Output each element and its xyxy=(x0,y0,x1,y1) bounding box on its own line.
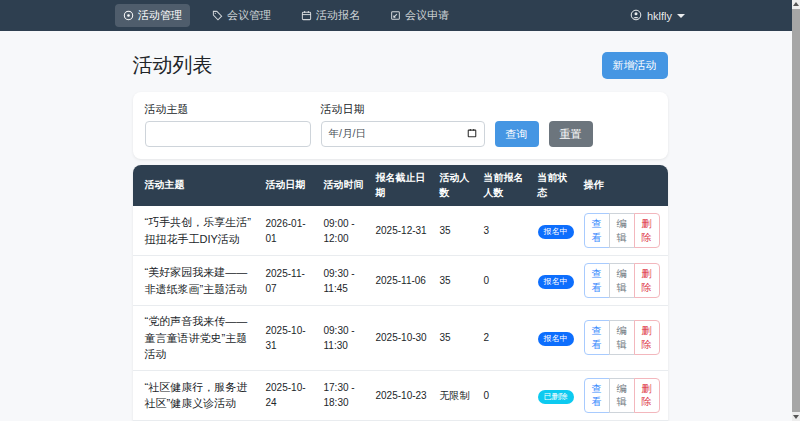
page-title: 活动列表 xyxy=(133,52,213,79)
date-placeholder: 年/月/日 xyxy=(329,127,366,141)
bullseye-icon xyxy=(123,10,134,21)
activity-table: 活动主题 活动日期 活动时间 报名截止日期 活动人数 当前报名人数 当前状态 操… xyxy=(133,165,668,421)
scrollbar-down-arrow-icon[interactable] xyxy=(793,415,799,419)
activity-subject-cell: “美好家园我来建——非遗纸浆画”主题活动 xyxy=(133,256,260,306)
user-menu[interactable]: hklfly xyxy=(630,9,685,23)
signup-deadline-cell: 2025-11-06 xyxy=(370,256,434,306)
nav-item-meeting-request[interactable]: 会议申请 xyxy=(382,4,457,27)
capacity-cell: 无限制 xyxy=(434,370,478,420)
nav-item-activity-signup[interactable]: 活动报名 xyxy=(293,4,368,27)
status-cell: 已删除 xyxy=(532,370,578,420)
table-row: “美好家园我来建——非遗纸浆画”主题活动2025-11-0709:30 - 11… xyxy=(133,256,668,306)
activity-time-cell: 17:30 - 18:30 xyxy=(318,370,370,420)
activity-time-cell: 09:30 - 11:30 xyxy=(318,306,370,371)
activity-subject-cell: “巧手共创，乐享生活”扭扭花手工DIY活动 xyxy=(133,206,260,256)
actions-cell: 查看编辑删除 xyxy=(578,370,668,420)
activity-date-cell: 2026-01-01 xyxy=(260,206,318,256)
column-header-signups: 当前报名人数 xyxy=(478,165,532,206)
tag-icon xyxy=(212,10,223,21)
calendar-picker-icon[interactable] xyxy=(467,128,477,140)
activity-time-cell: 09:00 - 12:00 xyxy=(318,206,370,256)
date-filter-input[interactable]: 年/月/日 xyxy=(321,121,485,147)
date-filter-label: 活动日期 xyxy=(321,102,485,117)
capacity-cell: 35 xyxy=(434,206,478,256)
view-button[interactable]: 查看 xyxy=(584,378,610,413)
delete-button[interactable]: 删除 xyxy=(634,320,660,355)
actions-cell: 查看编辑删除 xyxy=(578,306,668,371)
delete-button[interactable]: 删除 xyxy=(634,213,660,248)
capacity-cell: 35 xyxy=(434,306,478,371)
edit-button[interactable]: 编辑 xyxy=(609,263,635,298)
delete-button[interactable]: 删除 xyxy=(634,378,660,413)
search-button[interactable]: 查询 xyxy=(495,121,539,147)
column-header-subject: 活动主题 xyxy=(133,165,260,206)
activity-time-cell: 09:30 - 11:45 xyxy=(318,256,370,306)
nav-item-label: 会议管理 xyxy=(227,8,271,23)
form-icon xyxy=(390,10,401,21)
scrollbar-thumb[interactable] xyxy=(792,9,800,412)
nav-item-label: 会议申请 xyxy=(405,8,449,23)
signup-count-cell: 0 xyxy=(478,370,532,420)
view-button[interactable]: 查看 xyxy=(584,263,610,298)
status-cell: 报名中 xyxy=(532,206,578,256)
signup-count-cell: 0 xyxy=(478,256,532,306)
status-badge: 已删除 xyxy=(538,390,574,404)
top-navbar: 活动管理 会议管理 活动报名 xyxy=(0,0,800,31)
nav-item-label: 活动报名 xyxy=(316,8,360,23)
column-header-capacity: 活动人数 xyxy=(434,165,478,206)
activity-date-cell: 2025-11-07 xyxy=(260,256,318,306)
status-badge: 报名中 xyxy=(538,275,574,289)
activity-subject-cell: “社区健康行，服务进社区”健康义诊活动 xyxy=(133,370,260,420)
table-row: “党的声音我来传——童言童语讲党史”主题活动2025-10-3109:30 - … xyxy=(133,306,668,371)
calendar-icon xyxy=(301,10,312,21)
filter-card: 活动主题 活动日期 年/月/日 查询 重置 xyxy=(133,92,668,159)
edit-button[interactable]: 编辑 xyxy=(609,213,635,248)
actions-cell: 查看编辑删除 xyxy=(578,256,668,306)
actions-cell: 查看编辑删除 xyxy=(578,206,668,256)
signup-deadline-cell: 2025-12-31 xyxy=(370,206,434,256)
column-header-status: 当前状态 xyxy=(532,165,578,206)
signup-count-cell: 2 xyxy=(478,306,532,371)
table-row: “巧手共创，乐享生活”扭扭花手工DIY活动2026-01-0109:00 - 1… xyxy=(133,206,668,256)
vertical-scrollbar[interactable] xyxy=(792,0,800,421)
delete-button[interactable]: 删除 xyxy=(634,263,660,298)
view-button[interactable]: 查看 xyxy=(584,320,610,355)
signup-deadline-cell: 2025-10-30 xyxy=(370,306,434,371)
nav-item-meeting-management[interactable]: 会议管理 xyxy=(204,4,279,27)
subject-filter-input[interactable] xyxy=(145,121,311,147)
add-activity-button[interactable]: 新增活动 xyxy=(602,52,668,79)
activity-date-cell: 2025-10-31 xyxy=(260,306,318,371)
activity-date-cell: 2025-10-24 xyxy=(260,370,318,420)
signup-count-cell: 3 xyxy=(478,206,532,256)
capacity-cell: 35 xyxy=(434,256,478,306)
column-header-deadline: 报名截止日期 xyxy=(370,165,434,206)
edit-button[interactable]: 编辑 xyxy=(609,320,635,355)
signup-deadline-cell: 2025-10-23 xyxy=(370,370,434,420)
nav-item-activity-management[interactable]: 活动管理 xyxy=(115,4,190,27)
chevron-down-icon xyxy=(677,14,685,18)
status-cell: 报名中 xyxy=(532,256,578,306)
person-circle-icon xyxy=(630,9,642,23)
column-header-actions: 操作 xyxy=(578,165,668,206)
scrollbar-up-arrow-icon[interactable] xyxy=(793,2,799,6)
activity-subject-cell: “党的声音我来传——童言童语讲党史”主题活动 xyxy=(133,306,260,371)
column-header-date: 活动日期 xyxy=(260,165,318,206)
username: hklfly xyxy=(647,10,672,22)
reset-button[interactable]: 重置 xyxy=(549,121,593,147)
table-row: “社区健康行，服务进社区”健康义诊活动2025-10-2417:30 - 18:… xyxy=(133,370,668,420)
edit-button[interactable]: 编辑 xyxy=(609,378,635,413)
status-cell: 报名中 xyxy=(532,306,578,371)
nav-item-label: 活动管理 xyxy=(138,8,182,23)
status-badge: 报名中 xyxy=(538,332,574,346)
status-badge: 报名中 xyxy=(538,225,574,239)
table-header-row: 活动主题 活动日期 活动时间 报名截止日期 活动人数 当前报名人数 当前状态 操… xyxy=(133,165,668,206)
view-button[interactable]: 查看 xyxy=(584,213,610,248)
column-header-time: 活动时间 xyxy=(318,165,370,206)
subject-filter-label: 活动主题 xyxy=(145,102,311,117)
